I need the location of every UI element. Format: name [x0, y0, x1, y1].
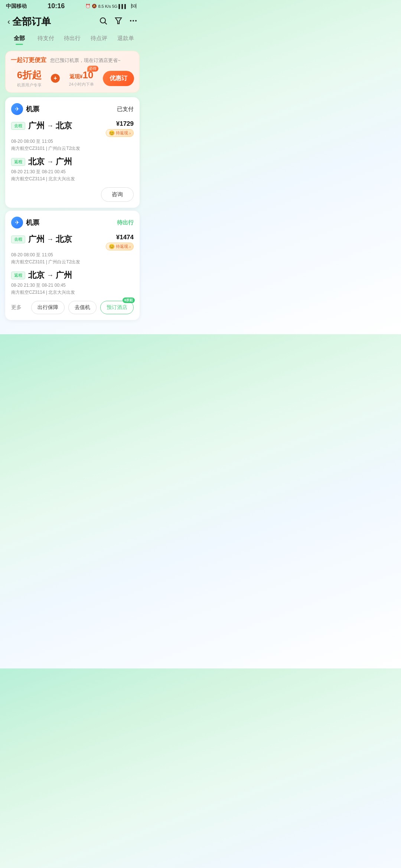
return-route-1: 返程 北京 → 广州: [11, 156, 134, 167]
status-icons: ⏰ 🔕 8.5 K/s 5G ▌▌▌ ▕50▏: [85, 4, 139, 9]
back-button[interactable]: ‹: [7, 17, 10, 27]
svg-point-4: [133, 20, 134, 22]
page-header: ‹ 全部订单: [0, 11, 145, 33]
search-icon[interactable]: [99, 16, 108, 27]
arrow-icon-2: →: [47, 158, 53, 166]
more-label[interactable]: 更多: [11, 304, 22, 311]
tab-refund[interactable]: 退款单: [112, 33, 139, 45]
flight-icon-2: ✈: [11, 217, 23, 228]
promo-header: 一起订更便宜 您已预订机票，现在订酒店更省~: [11, 56, 134, 64]
card-header-2: ✈ 机票 待出行: [11, 217, 134, 228]
promo-desc: 您已预订机票，现在订酒店更省~: [50, 57, 121, 64]
return-info-2: 南方航空CZ3114 | 北京大兴出发: [11, 289, 134, 296]
clock-icon: ⏰: [85, 4, 91, 9]
depart-row-2: 去程 广州 → 北京 ¥1474 😊 待返现 ›: [11, 234, 134, 250]
card-footer-1: 咨询: [11, 187, 134, 202]
return-cities-2: 北京 → 广州: [28, 270, 72, 281]
return-tag-1: 返程: [11, 158, 25, 166]
card-header-left-2: ✈ 机票: [11, 217, 39, 228]
cashback-badge-2[interactable]: 😊 待返现 ›: [106, 243, 134, 250]
depart-price-2: ¥1474: [106, 234, 134, 241]
return-row-1: 返程 北京 → 广州: [11, 156, 134, 167]
depart-info-1: 南方航空CZ3101 | 广州白云T2出发: [11, 145, 134, 152]
hotel-discount-badge: 6折起: [123, 297, 135, 303]
svg-line-1: [105, 22, 107, 24]
promo-plus-icon: +: [51, 74, 60, 83]
depart-info-2: 南方航空CZ3101 | 广州白云T2出发: [11, 259, 134, 265]
status-bar: 中国移动 10:16 ⏰ 🔕 8.5 K/s 5G ▌▌▌ ▕50▏: [0, 0, 145, 11]
depart-route-1: 去程 广州 → 北京: [11, 120, 106, 131]
depart-price-1: ¥1729: [106, 120, 134, 128]
speed-label: 8.5 K/s: [98, 4, 111, 9]
return-route-2: 返程 北京 → 广州: [11, 270, 134, 281]
time-label: 10:16: [48, 2, 65, 10]
depart-right-2: ¥1474 😊 待返现 ›: [106, 234, 134, 250]
depart-route-2: 去程 广州 → 北京: [11, 234, 106, 245]
promo-title: 一起订更便宜: [11, 56, 46, 64]
depart-left-2: 去程 广州 → 北京: [11, 234, 106, 246]
arrow-icon-3: →: [47, 236, 53, 243]
network-label: 5G: [112, 4, 118, 9]
header-left: ‹ 全部订单: [7, 15, 51, 28]
return-tag-2: 返程: [11, 272, 25, 279]
battery-label: ▕50▏: [128, 4, 139, 9]
arrow-icon-1: →: [47, 122, 53, 130]
promo-body: 6折起 机票用户专享 + 必得 返现¥10 24小时内下单 优惠订: [11, 69, 134, 88]
card-header-left-1: ✈ 机票: [11, 103, 39, 115]
promo-discount-item: 6折起 机票用户专享: [11, 69, 48, 88]
tab-pending-review[interactable]: 待点评: [86, 33, 113, 45]
tab-all[interactable]: 全部: [6, 33, 33, 45]
depart-tag-1: 去程: [11, 122, 25, 130]
header-actions: [99, 16, 137, 27]
return-info-1: 南方航空CZ3114 | 北京大兴出发: [11, 176, 134, 182]
card-type-1: 机票: [26, 105, 39, 114]
depart-cities-2: 广州 → 北京: [28, 234, 72, 245]
footer-buttons-2: 出行保障 去值机 6折起 预订酒店: [31, 301, 134, 314]
carrier-label: 中国移动: [6, 3, 27, 10]
return-time-2: 08-20 21:30 至 08-21 00:45: [11, 282, 134, 289]
svg-point-5: [135, 20, 137, 22]
return-cities-1: 北京 → 广州: [28, 156, 72, 167]
tab-pending-trip[interactable]: 待出行: [59, 33, 86, 45]
signal-icon: ▌▌▌: [118, 4, 127, 9]
promo-order-button[interactable]: 优惠订: [103, 71, 134, 86]
depart-left-1: 去程 广州 → 北京: [11, 120, 106, 133]
more-icon[interactable]: [129, 17, 137, 27]
bell-icon: 🔕: [92, 4, 97, 9]
promo-cashback-sub: 24小时内下单: [63, 82, 100, 87]
depart-row-1: 去程 广州 → 北京 ¥1729 😊 待返现 ›: [11, 120, 134, 137]
must-tag: 必得: [87, 66, 98, 72]
tab-bar: 全部 待支付 待出行 待点评 退款单: [0, 33, 145, 49]
promo-discount-sub: 机票用户专享: [11, 82, 48, 88]
order-status-2: 待出行: [117, 219, 134, 226]
depart-right-1: ¥1729 😊 待返现 ›: [106, 120, 134, 137]
svg-marker-2: [115, 18, 121, 24]
depart-time-2: 08-20 08:00 至 11:05: [11, 252, 134, 258]
svg-point-3: [130, 20, 131, 22]
consult-button-1[interactable]: 咨询: [101, 187, 134, 202]
promo-discount-num: 6折起: [11, 69, 48, 82]
order-card-1: ✈ 机票 已支付 去程 广州 → 北京 ¥1729 😊 待返现 › 0: [5, 97, 140, 208]
card-footer-2: 更多 出行保障 去值机 6折起 预订酒店: [11, 301, 134, 314]
promo-banner: 一起订更便宜 您已预订机票，现在订酒店更省~ 6折起 机票用户专享 + 必得 返…: [5, 51, 140, 93]
depart-tag-2: 去程: [11, 236, 25, 243]
checkin-button[interactable]: 去值机: [68, 301, 97, 314]
travel-guarantee-button[interactable]: 出行保障: [31, 301, 65, 314]
card-header-1: ✈ 机票 已支付: [11, 103, 134, 115]
order-card-2: ✈ 机票 待出行 去程 广州 → 北京 ¥1474 😊 待返现 › 0: [5, 211, 140, 320]
promo-cashback-item: 必得 返现¥10 24小时内下单: [63, 69, 100, 87]
card-type-2: 机票: [26, 218, 39, 227]
return-time-1: 08-20 21:30 至 08-21 00:45: [11, 169, 134, 175]
page-title: 全部订单: [12, 15, 51, 28]
cashback-badge-1[interactable]: 😊 待返现 ›: [106, 129, 134, 137]
tab-pending-payment[interactable]: 待支付: [33, 33, 59, 45]
order-status-1: 已支付: [117, 106, 134, 113]
depart-cities-1: 广州 → 北京: [28, 120, 72, 131]
return-row-2: 返程 北京 → 广州: [11, 270, 134, 281]
arrow-icon-4: →: [47, 272, 53, 279]
bottom-spacer: [0, 323, 145, 334]
depart-time-1: 08-20 08:00 至 11:05: [11, 138, 134, 145]
book-hotel-button[interactable]: 6折起 预订酒店: [100, 301, 134, 314]
flight-icon-1: ✈: [11, 103, 23, 115]
filter-icon[interactable]: [114, 16, 123, 27]
